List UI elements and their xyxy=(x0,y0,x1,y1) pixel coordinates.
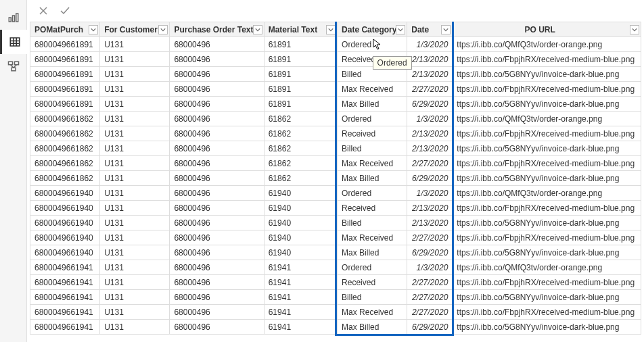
col-header-forcustomer[interactable]: For Customer xyxy=(100,22,170,37)
table-row[interactable]: 6800049661862U1316800049661862Ordered1/3… xyxy=(30,112,641,126)
cell-material[interactable]: 61941 xyxy=(264,275,337,290)
cell-potext[interactable]: 68000496 xyxy=(170,201,264,216)
cell-datecat[interactable]: Billed xyxy=(338,216,407,230)
cell-potext[interactable]: 68000496 xyxy=(170,245,264,260)
col-header-date[interactable]: Date xyxy=(407,22,453,37)
col-header-datecat[interactable]: Date Category xyxy=(338,22,407,37)
cell-datecat[interactable]: Max Billed xyxy=(338,97,407,112)
cell-material[interactable]: 61941 xyxy=(264,290,337,305)
cell-material[interactable]: 61941 xyxy=(264,260,337,275)
cell-pourl[interactable]: ttps://i.ibb.co/FbpjhRX/received-medium-… xyxy=(453,126,641,141)
cell-material[interactable]: 61862 xyxy=(264,126,337,141)
cell-date[interactable]: 2/13/2020 xyxy=(407,52,453,67)
cell-date[interactable]: 6/29/2020 xyxy=(407,171,453,186)
cell-pomatpurch[interactable]: 6800049661862 xyxy=(30,156,100,171)
filter-dropdown-icon[interactable] xyxy=(89,25,98,34)
cell-pomatpurch[interactable]: 6800049661862 xyxy=(30,126,100,141)
cell-material[interactable]: 61940 xyxy=(264,201,337,216)
report-view-button[interactable] xyxy=(0,5,27,30)
cell-potext[interactable]: 68000496 xyxy=(170,216,264,230)
cell-pomatpurch[interactable]: 6800049661862 xyxy=(30,171,100,186)
cell-date[interactable]: 2/27/2020 xyxy=(407,230,453,245)
cell-pomatpurch[interactable]: 6800049661941 xyxy=(30,290,100,305)
cell-pomatpurch[interactable]: 6800049661940 xyxy=(30,216,100,230)
cell-forcustomer[interactable]: U131 xyxy=(100,52,170,67)
cell-date[interactable]: 2/13/2020 xyxy=(407,67,453,82)
cell-material[interactable]: 61941 xyxy=(264,305,337,320)
cell-datecat[interactable]: Billed xyxy=(338,141,407,156)
cell-date[interactable]: 2/13/2020 xyxy=(407,141,453,156)
cell-pomatpurch[interactable]: 6800049661891 xyxy=(30,52,100,67)
filter-dropdown-icon[interactable] xyxy=(158,25,168,34)
cell-pomatpurch[interactable]: 6800049661891 xyxy=(30,97,100,112)
cell-forcustomer[interactable]: U131 xyxy=(100,126,170,141)
cell-pomatpurch[interactable]: 6800049661941 xyxy=(30,260,100,275)
cell-forcustomer[interactable]: U131 xyxy=(100,320,170,335)
table-row[interactable]: 6800049661941U1316800049661941Received2/… xyxy=(30,275,641,290)
cell-date[interactable]: 2/27/2020 xyxy=(407,290,453,305)
table-row[interactable]: 6800049661891U1316800049661891Received2/… xyxy=(30,52,641,67)
filter-dropdown-icon[interactable] xyxy=(326,25,336,34)
cell-pomatpurch[interactable]: 6800049661940 xyxy=(30,230,100,245)
cell-forcustomer[interactable]: U131 xyxy=(100,290,170,305)
data-view-button[interactable] xyxy=(0,30,27,54)
table-row[interactable]: 6800049661940U1316800049661940Max Billed… xyxy=(30,245,641,260)
cell-potext[interactable]: 68000496 xyxy=(170,320,264,335)
cell-forcustomer[interactable]: U131 xyxy=(100,97,170,112)
cell-datecat[interactable]: Ordered xyxy=(338,112,407,126)
cell-datecat[interactable]: Ordered xyxy=(338,186,407,201)
cell-material[interactable]: 61891 xyxy=(264,52,337,67)
cell-material[interactable]: 61940 xyxy=(264,245,337,260)
table-row[interactable]: 6800049661940U1316800049661940Ordered1/3… xyxy=(30,186,641,201)
cell-material[interactable]: 61891 xyxy=(264,82,337,97)
cell-pourl[interactable]: ttps://i.ibb.co/FbpjhRX/received-medium-… xyxy=(453,156,641,171)
cell-datecat[interactable]: Ordered xyxy=(338,260,407,275)
cell-date[interactable]: 2/13/2020 xyxy=(407,126,453,141)
cell-datecat[interactable]: Max Received xyxy=(338,156,407,171)
cell-material[interactable]: 61940 xyxy=(264,186,337,201)
col-header-potext[interactable]: Purchase Order Text xyxy=(170,22,264,37)
cell-forcustomer[interactable]: U131 xyxy=(100,230,170,245)
cell-pourl[interactable]: ttps://i.ibb.co/5G8NYyv/invoice-dark-blu… xyxy=(453,171,641,186)
cell-date[interactable]: 2/13/2020 xyxy=(407,201,453,216)
cell-pomatpurch[interactable]: 6800049661891 xyxy=(30,82,100,97)
model-view-button[interactable] xyxy=(0,54,27,78)
cell-date[interactable]: 6/29/2020 xyxy=(407,97,453,112)
table-row[interactable]: 6800049661891U1316800049661891Billed2/13… xyxy=(30,67,641,82)
cell-datecat[interactable]: Max Billed xyxy=(338,171,407,186)
table-row[interactable]: 6800049661941U1316800049661941Max Billed… xyxy=(30,320,641,335)
col-header-pomatpurch[interactable]: POMatPurch xyxy=(30,22,100,37)
cell-potext[interactable]: 68000496 xyxy=(170,112,264,126)
table-row[interactable]: 6800049661941U1316800049661941Max Receiv… xyxy=(30,305,641,320)
cell-material[interactable]: 61862 xyxy=(264,171,337,186)
cell-potext[interactable]: 68000496 xyxy=(170,290,264,305)
cell-datecat[interactable]: Max Received xyxy=(338,82,407,97)
cell-potext[interactable]: 68000496 xyxy=(170,260,264,275)
cell-potext[interactable]: 68000496 xyxy=(170,156,264,171)
cell-pourl[interactable]: ttps://i.ibb.co/5G8NYyv/invoice-dark-blu… xyxy=(453,97,641,112)
cell-potext[interactable]: 68000496 xyxy=(170,67,264,82)
cell-forcustomer[interactable]: U131 xyxy=(100,305,170,320)
cell-pomatpurch[interactable]: 6800049661862 xyxy=(30,112,100,126)
cell-pomatpurch[interactable]: 6800049661940 xyxy=(30,186,100,201)
cell-datecat[interactable]: Received xyxy=(338,275,407,290)
cell-pomatpurch[interactable]: 6800049661941 xyxy=(30,320,100,335)
cell-pourl[interactable]: ttps://i.ibb.co/QMfQ3tv/order-orange.png xyxy=(453,37,641,52)
filter-dropdown-icon[interactable] xyxy=(253,25,262,34)
cell-potext[interactable]: 68000496 xyxy=(170,97,264,112)
filter-dropdown-icon[interactable] xyxy=(441,25,451,34)
cell-date[interactable]: 6/29/2020 xyxy=(407,320,453,335)
table-row[interactable]: 6800049661891U1316800049661891Max Billed… xyxy=(30,97,641,112)
cell-potext[interactable]: 68000496 xyxy=(170,186,264,201)
cell-material[interactable]: 61862 xyxy=(264,141,337,156)
cell-forcustomer[interactable]: U131 xyxy=(100,141,170,156)
cell-pourl[interactable]: ttps://i.ibb.co/5G8NYyv/invoice-dark-blu… xyxy=(453,216,641,230)
cell-material[interactable]: 61940 xyxy=(264,230,337,245)
cell-potext[interactable]: 68000496 xyxy=(170,141,264,156)
cell-forcustomer[interactable]: U131 xyxy=(100,112,170,126)
cell-date[interactable]: 2/13/2020 xyxy=(407,216,453,230)
cell-pomatpurch[interactable]: 6800049661891 xyxy=(30,67,100,82)
cell-pourl[interactable]: ttps://i.ibb.co/FbpjhRX/received-medium-… xyxy=(453,230,641,245)
cell-material[interactable]: 61891 xyxy=(264,67,337,82)
cell-forcustomer[interactable]: U131 xyxy=(100,82,170,97)
